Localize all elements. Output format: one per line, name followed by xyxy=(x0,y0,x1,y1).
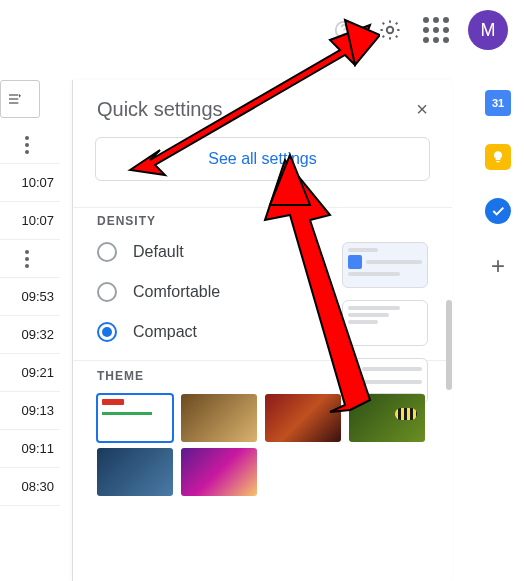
mail-time[interactable]: 09:32 xyxy=(0,316,60,354)
mail-time[interactable]: 09:53 xyxy=(0,278,60,316)
theme-thumb[interactable] xyxy=(265,394,341,442)
option-label: Compact xyxy=(133,323,197,341)
calendar-icon[interactable]: 31 xyxy=(485,90,511,116)
option-label: Comfortable xyxy=(133,283,220,301)
theme-label: THEME xyxy=(97,369,144,383)
more-icon[interactable] xyxy=(0,126,60,164)
svg-rect-3 xyxy=(9,94,18,95)
add-panel-icon[interactable]: + xyxy=(491,252,505,280)
svg-rect-5 xyxy=(9,102,18,103)
keep-icon[interactable] xyxy=(485,144,511,170)
svg-point-1 xyxy=(343,34,344,35)
avatar[interactable]: M xyxy=(468,10,508,50)
density-preview-comfortable xyxy=(342,300,428,346)
support-icon[interactable] xyxy=(330,16,358,44)
theme-thumb[interactable] xyxy=(181,448,257,496)
mail-time[interactable]: 09:21 xyxy=(0,354,60,392)
mail-time[interactable]: 08:30 xyxy=(0,468,60,506)
theme-thumb[interactable] xyxy=(97,448,173,496)
close-icon[interactable]: × xyxy=(416,98,428,121)
mail-list-times: 10:07 10:07 09:53 09:32 09:21 09:13 09:1… xyxy=(0,80,60,506)
mail-time[interactable]: 09:11 xyxy=(0,430,60,468)
density-label: DENSITY xyxy=(73,208,452,242)
radio-icon xyxy=(97,282,117,302)
mail-time[interactable]: 10:07 xyxy=(0,202,60,240)
section-picker[interactable] xyxy=(0,80,40,118)
option-label: Default xyxy=(133,243,184,261)
gear-icon[interactable] xyxy=(376,16,404,44)
theme-thumb[interactable] xyxy=(349,394,425,442)
theme-thumb[interactable] xyxy=(181,394,257,442)
radio-icon xyxy=(97,242,117,262)
app-header: M xyxy=(0,0,524,60)
radio-icon xyxy=(97,322,117,342)
svg-rect-4 xyxy=(9,98,18,99)
density-preview-default xyxy=(342,242,428,288)
tasks-icon[interactable] xyxy=(485,198,511,224)
see-all-settings-button[interactable]: See all settings xyxy=(95,137,430,181)
theme-thumb-default[interactable] xyxy=(97,394,173,442)
panel-title: Quick settings xyxy=(97,98,223,121)
svg-point-2 xyxy=(387,27,393,33)
more-icon[interactable] xyxy=(0,240,60,278)
apps-icon[interactable] xyxy=(422,16,450,44)
mail-time[interactable]: 09:13 xyxy=(0,392,60,430)
mail-time[interactable]: 10:07 xyxy=(0,164,60,202)
density-section: Default Comfortable Compact xyxy=(73,242,452,360)
side-panel: 31 + xyxy=(472,90,524,280)
quick-settings-panel: Quick settings × See all settings DENSIT… xyxy=(72,80,452,581)
